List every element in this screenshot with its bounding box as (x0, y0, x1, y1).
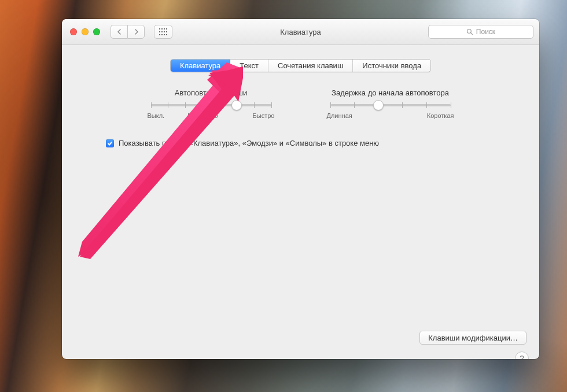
svg-rect-7 (166, 31, 167, 32)
show-panels-label: Показывать панели «Клавиатура», «Эмодзи»… (119, 139, 379, 147)
tab-input-sources[interactable]: Источники ввода (353, 60, 430, 72)
chevron-left-icon (117, 29, 122, 35)
zoom-icon[interactable] (93, 28, 100, 35)
svg-line-13 (470, 33, 472, 35)
show-all-button[interactable] (154, 25, 172, 39)
svg-rect-3 (166, 28, 167, 29)
desktop-wallpaper: Клавиатура Поиск Клавиатура Текст Сочета… (0, 0, 567, 392)
svg-rect-11 (166, 34, 167, 35)
preferences-window: Клавиатура Поиск Клавиатура Текст Сочета… (62, 19, 539, 359)
svg-rect-5 (161, 31, 163, 32)
svg-rect-9 (161, 34, 163, 35)
delay-min: Длинная (327, 112, 352, 119)
chevron-right-icon (134, 29, 139, 35)
window-controls (70, 28, 100, 35)
forward-button[interactable] (127, 25, 145, 39)
show-panels-row: Показывать панели «Клавиатура», «Эмодзи»… (106, 139, 539, 147)
close-icon[interactable] (70, 28, 77, 35)
grid-icon (159, 28, 167, 35)
svg-rect-6 (164, 31, 165, 32)
svg-rect-1 (161, 28, 163, 29)
search-placeholder: Поиск (476, 28, 495, 36)
slider-knob[interactable] (373, 100, 384, 110)
slider-knob[interactable] (231, 100, 242, 110)
back-button[interactable] (111, 25, 127, 39)
tab-bar: Клавиатура Текст Сочетания клавиш Источн… (62, 59, 539, 72)
svg-rect-4 (159, 31, 160, 32)
svg-rect-10 (164, 34, 165, 35)
nav-buttons (111, 25, 145, 39)
delay-slider[interactable] (330, 104, 451, 106)
svg-rect-0 (159, 28, 160, 29)
delay-group: Задержка до начала автоповтора Длинная К… (327, 88, 454, 119)
key-repeat-slider[interactable] (151, 104, 271, 106)
key-repeat-min: Выкл. (148, 112, 165, 119)
show-panels-checkbox[interactable] (106, 139, 114, 147)
search-input[interactable]: Поиск (428, 25, 533, 39)
key-repeat-mid: Медленно (187, 112, 218, 119)
key-repeat-group: Автоповтор клавиши Выкл. Медленно Быстро (148, 88, 275, 119)
svg-rect-8 (159, 34, 160, 35)
svg-rect-2 (164, 28, 165, 29)
titlebar: Клавиатура Поиск (62, 19, 539, 45)
window-content: Клавиатура Текст Сочетания клавиш Источн… (62, 59, 539, 359)
help-icon: ? (520, 354, 524, 359)
delay-max: Короткая (427, 112, 454, 119)
checkmark-icon (107, 140, 113, 146)
sliders-row: Автоповтор клавиши Выкл. Медленно Быстро… (62, 88, 539, 119)
minimize-icon[interactable] (82, 28, 89, 35)
tab-shortcuts[interactable]: Сочетания клавиш (268, 60, 353, 72)
tab-text[interactable]: Текст (230, 60, 268, 72)
tab-keyboard[interactable]: Клавиатура (171, 60, 230, 72)
help-button[interactable]: ? (515, 352, 529, 359)
key-repeat-label: Автоповтор клавиши (148, 88, 275, 97)
delay-label: Задержка до начала автоповтора (327, 88, 454, 97)
modifier-keys-button[interactable]: Клавиши модификации… (419, 331, 526, 345)
search-icon (466, 28, 473, 35)
key-repeat-max: Быстро (253, 112, 275, 119)
